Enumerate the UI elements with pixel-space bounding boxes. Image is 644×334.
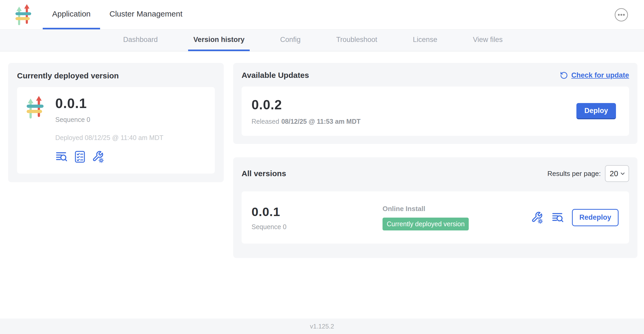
subnav-tab-config[interactable]: Config	[275, 30, 306, 51]
subnav-tab-view-files[interactable]: View files	[468, 30, 508, 51]
app-logo	[15, 0, 32, 29]
chevron-down-icon	[620, 172, 625, 175]
preflight-checks-button[interactable]	[74, 150, 86, 163]
subnav-tab-license[interactable]: License	[408, 30, 443, 51]
version-row-status: Online Install Currently deployed versio…	[383, 205, 469, 230]
all-versions-card: All versions Results per page: 20 0.0.1 …	[233, 157, 637, 258]
available-updates-header: Available Updates Check for update	[242, 71, 629, 80]
refresh-icon	[560, 71, 568, 79]
logs-icon	[56, 151, 68, 162]
deployed-version-actions	[55, 150, 163, 163]
app-footer: v1.125.2	[0, 319, 644, 334]
app-logo-icon	[26, 96, 44, 118]
header-tabs: Application Cluster Management	[43, 0, 192, 29]
currently-deployed-title: Currently deployed version	[17, 71, 215, 80]
currently-deployed-badge: Currently deployed version	[383, 218, 469, 230]
results-per-page-label: Results per page:	[547, 170, 601, 178]
deployed-timestamp: Deployed 08/12/25 @ 11:40 am MDT	[55, 134, 163, 142]
subnav-tab-license-label: License	[413, 36, 437, 44]
row-config-button[interactable]	[531, 211, 544, 224]
app-logo-icon	[15, 4, 32, 25]
all-versions-header: All versions Results per page: 20	[242, 165, 629, 182]
config-icon	[531, 211, 544, 224]
app-header: Application Cluster Management	[0, 0, 644, 30]
subnav-tab-config-label: Config	[280, 36, 301, 44]
tab-cluster-management-label: Cluster Management	[110, 9, 182, 18]
results-per-page: Results per page: 20	[547, 165, 629, 182]
logs-button[interactable]	[55, 150, 68, 163]
subnav-tab-version-history-label: Version history	[193, 36, 244, 44]
console-version-label: v1.125.2	[310, 323, 334, 330]
subnav-tab-dashboard[interactable]: Dashboard	[118, 30, 163, 51]
update-released-line: Released08/12/25 @ 11:53 am MDT	[252, 118, 361, 125]
available-updates-title: Available Updates	[242, 71, 309, 80]
currently-deployed-card: Currently deployed version 0.0.1 Sequenc…	[8, 63, 224, 182]
version-row: 0.0.1 Sequence 0 Online Install Currentl…	[242, 191, 629, 244]
row-logs-button[interactable]	[552, 211, 564, 224]
subnav-tab-version-history[interactable]: Version history	[188, 30, 250, 51]
preflight-checks-icon	[74, 150, 85, 163]
results-per-page-value: 20	[610, 169, 618, 178]
app-subnav: Dashboard Version history Config Trouble…	[0, 30, 644, 51]
row-sequence: Sequence 0	[252, 223, 383, 231]
check-for-update-label: Check for update	[571, 71, 629, 79]
subnav-tab-troubleshoot[interactable]: Troubleshoot	[331, 30, 383, 51]
tab-cluster-management[interactable]: Cluster Management	[100, 0, 192, 29]
config-icon	[92, 150, 105, 163]
ellipsis-menu-icon	[614, 8, 628, 22]
released-prefix: Released	[252, 118, 279, 125]
update-info: 0.0.2 Released08/12/25 @ 11:53 am MDT	[252, 97, 361, 125]
update-version-number: 0.0.2	[252, 97, 361, 112]
deployed-version-number: 0.0.1	[55, 95, 163, 111]
install-type-label: Online Install	[383, 205, 469, 213]
subnav-tab-dashboard-label: Dashboard	[123, 36, 158, 44]
available-update-row: 0.0.2 Released08/12/25 @ 11:53 am MDT De…	[242, 87, 629, 136]
config-button[interactable]	[92, 150, 105, 163]
released-date: 08/12/25 @ 11:53 am MDT	[281, 118, 361, 125]
version-row-actions: Redeploy	[531, 209, 619, 226]
currently-deployed-version-panel: 0.0.1 Sequence 0 Deployed 08/12/25 @ 11:…	[17, 87, 215, 174]
deploy-button[interactable]: Deploy	[576, 103, 616, 119]
logs-icon	[552, 212, 564, 223]
tab-application[interactable]: Application	[43, 0, 100, 29]
redeploy-button[interactable]: Redeploy	[572, 209, 619, 226]
row-version-number: 0.0.1	[252, 204, 383, 219]
subnav-tab-troubleshoot-label: Troubleshoot	[336, 36, 377, 44]
subnav-tab-view-files-label: View files	[473, 36, 503, 44]
available-updates-card: Available Updates Check for update 0.0.2…	[233, 63, 637, 144]
results-per-page-select[interactable]: 20	[605, 165, 629, 182]
deployed-version-info: 0.0.1 Sequence 0 Deployed 08/12/25 @ 11:…	[55, 95, 163, 165]
tab-application-label: Application	[52, 9, 91, 18]
deployed-sequence: Sequence 0	[55, 116, 163, 123]
all-versions-title: All versions	[242, 169, 286, 178]
check-for-update-link[interactable]: Check for update	[560, 71, 629, 79]
main-content: Currently deployed version 0.0.1 Sequenc…	[0, 51, 644, 319]
app-logo-small	[26, 95, 44, 165]
ellipsis-menu-button[interactable]	[614, 8, 628, 22]
version-row-info: 0.0.1 Sequence 0	[252, 204, 383, 231]
